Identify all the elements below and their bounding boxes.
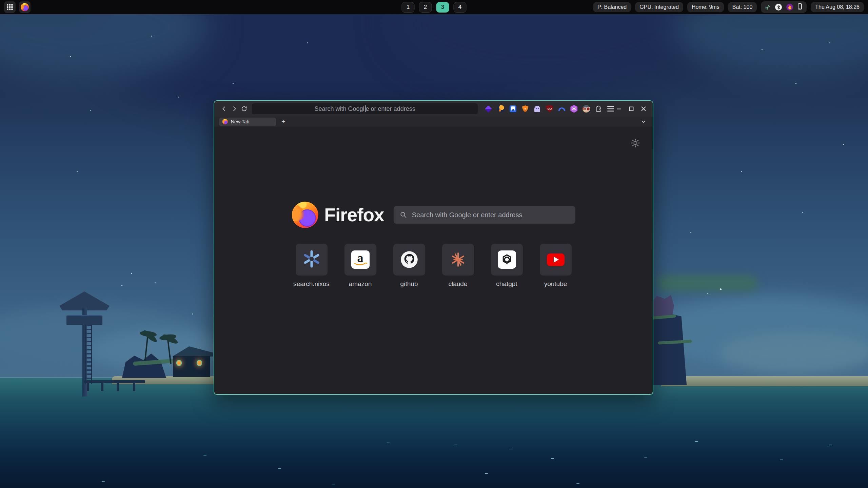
wallpaper-stars [131,273,132,274]
flameshot-icon[interactable] [786,4,793,11]
tab-strip: New Tab + [214,117,653,127]
wallpaper-cloud [656,275,758,291]
url-bar[interactable]: Search with Googl e or enter address [252,103,478,114]
list-all-tabs-button[interactable] [639,118,648,126]
app-launcher-button[interactable] [4,1,16,13]
bluetooth-icon[interactable] [775,4,782,11]
shortcut-label: search.nixos [293,280,330,288]
github-octocat-icon [400,250,418,269]
search-icon [400,211,407,219]
workspace-label: 3 [441,4,444,11]
wallpaper-water-glints [454,445,457,445]
tab-title: New Tab [231,119,249,124]
firefox-wordmark: Firefox [324,204,384,226]
app-menu-button[interactable] [607,105,615,113]
amazon-letter: a [357,253,363,263]
text-caret [365,105,366,112]
app-grid-icon [7,4,13,10]
firefox-favicon [222,119,228,124]
reload-button[interactable] [239,104,249,114]
workspace-label: 1 [407,4,410,11]
urlbar-placeholder: e or enter address [366,105,415,113]
forward-icon [231,105,238,112]
workspace-switcher: 1 2 3 4 [402,2,467,13]
workspace-button-4[interactable]: 4 [454,2,467,13]
extension-blue-lock-icon[interactable] [509,105,517,113]
gpu-indicator: GPU: Integrated [635,2,683,12]
wallpaper-rope-ladder [85,325,92,384]
firefox-toolbar: Search with Googl e or enter address uO [214,101,653,117]
back-icon [221,105,228,112]
battery-indicator: Bat: 100 [728,2,757,12]
shortcut-claude[interactable]: claude [442,244,474,288]
firefox-icon [21,3,29,11]
personalize-settings-button[interactable] [631,139,640,147]
youtube-play-icon [547,253,565,266]
extension-orange-navy-icon[interactable] [497,105,505,113]
wallpaper-lit-window [176,360,182,366]
nixos-snowflake-icon [303,250,320,269]
search-input[interactable] [411,211,569,219]
chatgpt-knot-icon [498,250,516,269]
close-button[interactable] [639,104,648,113]
firefox-launcher-button[interactable] [19,1,31,13]
firefox-branding-row: Firefox [292,202,575,228]
shortcut-label: amazon [349,280,372,288]
extension-blue-arc-vpn-icon[interactable] [558,105,566,113]
shortcut-chatgpt[interactable]: chatgpt [491,244,523,288]
shortcut-search-nixos[interactable]: search.nixos [296,244,328,288]
phone-connect-icon[interactable] [797,3,802,11]
shortcut-label: youtube [544,280,567,288]
shortcut-tiles: search.nixos a amazon [296,244,572,288]
gear-icon [631,139,640,147]
power-profile-indicator: P: Balanced [593,2,631,12]
back-button[interactable] [219,104,229,114]
new-tab-page: Firefox [214,127,653,394]
newtab-search-box[interactable] [394,206,575,224]
firefox-logo [292,202,318,228]
system-tray: ✂ [761,1,807,13]
workspace-button-2[interactable]: 2 [419,2,432,13]
shortcut-label: chatgpt [496,280,517,288]
tab-new-tab[interactable]: New Tab [219,118,276,126]
ublock-label: uO [548,107,552,110]
workspace-button-1[interactable]: 1 [402,2,415,13]
shortcut-amazon[interactable]: a amazon [344,244,376,288]
clipboard-scissors-icon[interactable]: ✂ [764,3,772,12]
wallpaper-watchtower-platform [66,315,102,325]
extension-purple-gem-icon[interactable] [485,105,493,113]
forward-button[interactable] [229,104,239,114]
extension-toolbar: uO [485,105,615,113]
reload-icon [241,105,248,112]
wallpaper-hut [173,356,210,377]
wallpaper-lit-window [197,360,202,366]
urlbar-placeholder: Search with Googl [314,105,364,113]
wallpaper-beach-right [661,376,868,386]
shortcut-github[interactable]: github [393,244,425,288]
workspace-label: 4 [458,4,461,11]
firefox-window: Search with Googl e or enter address uO [214,100,653,395]
new-tab-button[interactable]: + [279,118,288,126]
clock: Thu Aug 08, 18:26 [811,2,864,12]
claude-starburst-icon [449,251,467,268]
shortcut-label: claude [449,280,468,288]
extension-purple-hexagon-icon[interactable] [570,105,578,113]
amazon-icon: a [351,250,370,269]
extensions-puzzle-button[interactable] [594,105,603,113]
extension-ublock-origin-icon[interactable]: uO [546,105,554,113]
chevron-down-icon [640,119,647,125]
shortcut-youtube[interactable]: youtube [540,244,572,288]
desktop: 1 2 3 4 P: Balanced GPU: Integrated Home… [0,0,868,488]
minimize-button[interactable] [615,104,624,113]
wallpaper-cloud [719,332,868,373]
plus-icon: + [281,118,285,125]
window-controls [615,104,648,113]
workspace-button-3[interactable]: 3 [436,2,449,13]
extension-spy-face-icon[interactable] [582,105,590,113]
maximize-button[interactable] [627,104,636,113]
status-indicators: P: Balanced GPU: Integrated Home: 9ms Ba… [593,1,864,13]
extension-metamask-fox-icon[interactable] [521,105,529,113]
top-status-bar: 1 2 3 4 P: Balanced GPU: Integrated Home… [0,0,868,14]
extension-ghostery-ghost-icon[interactable] [533,105,541,113]
wallpaper-pier [84,380,145,383]
